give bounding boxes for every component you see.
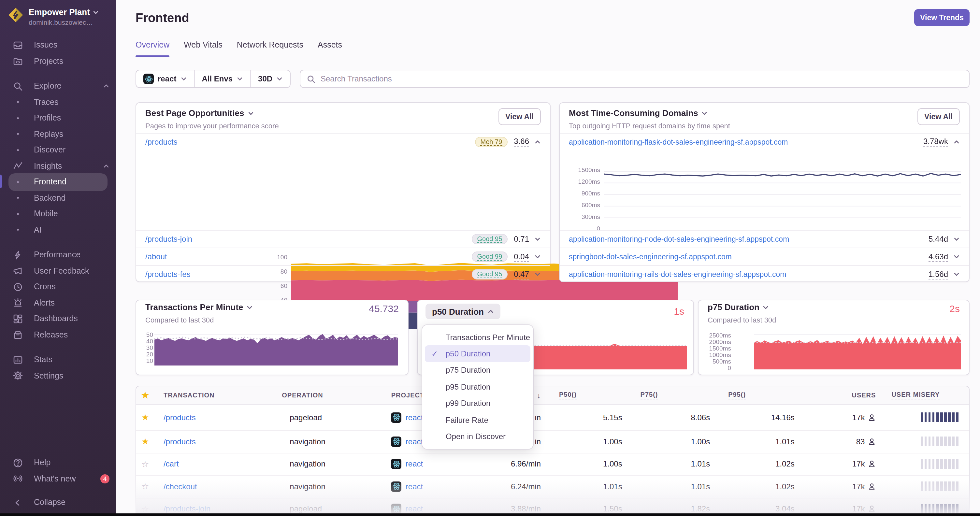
chevron-down-icon[interactable]	[247, 110, 254, 116]
star-filled-icon[interactable]: ★	[142, 413, 149, 422]
transaction-link[interactable]: /cart	[164, 460, 179, 469]
project-filter[interactable]: react	[136, 70, 194, 87]
star-outline-icon[interactable]: ☆	[142, 504, 149, 514]
sidebar-item-frontend[interactable]: Frontend	[0, 174, 116, 190]
sidebar-item-label: Issues	[34, 41, 57, 50]
project-link[interactable]: react	[406, 482, 423, 491]
sidebar-item-user-feedback[interactable]: User Feedback	[0, 263, 116, 279]
column-header-operation[interactable]: OPERATION	[277, 392, 386, 399]
sidebar-item-discover[interactable]: Discover	[0, 142, 116, 158]
column-header-p95[interactable]: P95()	[715, 391, 800, 399]
domain-link[interactable]: application-monitoring-flask-dot-sales-e…	[569, 138, 788, 146]
panel-caption: Compared to last 30d	[145, 316, 214, 324]
sidebar-item-profiles[interactable]: Profiles	[0, 110, 116, 126]
environment-filter[interactable]: All Envs	[194, 70, 251, 87]
tab-bar: OverviewWeb VitalsNetwork RequestsAssets	[135, 40, 342, 57]
project-link[interactable]: react	[406, 505, 423, 514]
sidebar-item-alerts[interactable]: Alerts	[0, 295, 116, 311]
sidebar-item-what-s-new[interactable]: What's new4	[0, 471, 116, 487]
project-link[interactable]: react	[406, 413, 423, 422]
page-link[interactable]: /products-join	[145, 235, 192, 244]
chevron-down-icon[interactable]	[247, 304, 253, 310]
transaction-link[interactable]: /products	[164, 413, 196, 422]
sidebar-item-traces[interactable]: Traces	[0, 94, 116, 110]
page-link[interactable]: /products-fes	[145, 270, 191, 279]
react-project-icon	[391, 481, 402, 492]
column-header-users[interactable]: USERS	[800, 392, 881, 399]
sidebar-item-stats[interactable]: Stats	[0, 352, 116, 368]
user-icon	[868, 438, 876, 446]
chevron-down-icon[interactable]	[953, 236, 960, 242]
org-switcher[interactable]: Empower Plant dominik.buszowiec…	[8, 7, 102, 26]
project-link[interactable]: react	[406, 460, 423, 469]
search-input[interactable]	[321, 74, 963, 83]
star-outline-icon[interactable]: ☆	[142, 482, 149, 492]
chevron-up-icon[interactable]	[953, 138, 960, 145]
menu-item-failure-rate[interactable]: Failure Rate	[425, 412, 530, 429]
sidebar-item-releases[interactable]: Releases	[0, 327, 116, 343]
menu-item-label: p99 Duration	[446, 399, 490, 408]
menu-item-p99-duration[interactable]: p99 Duration	[425, 395, 530, 412]
tab-web-vitals[interactable]: Web Vitals	[184, 40, 223, 57]
score-badge: Meh 79	[475, 137, 508, 147]
menu-item-p50-duration[interactable]: ✓p50 Duration	[425, 346, 530, 362]
page-row: /products-fesGood 950.47	[136, 265, 550, 283]
column-header-p75[interactable]: P75()	[627, 391, 716, 399]
metric-selector-button[interactable]: p50 Duration	[425, 303, 501, 319]
domain-link[interactable]: application-monitoring-node-dot-sales-en…	[569, 235, 789, 243]
cell-transaction: /cart	[158, 460, 277, 469]
chevron-up-icon[interactable]	[534, 138, 541, 145]
column-header-transaction[interactable]: TRANSACTION	[158, 392, 277, 399]
sidebar-item-projects[interactable]: Projects	[0, 53, 116, 69]
chevron-down-icon[interactable]	[953, 254, 960, 260]
chevron-down-icon[interactable]	[702, 110, 708, 116]
sidebar-item-help[interactable]: Help	[0, 455, 116, 471]
sidebar-item-mobile[interactable]: Mobile	[0, 206, 116, 222]
sidebar-item-explore[interactable]: Explore	[0, 78, 116, 94]
star-filled-icon[interactable]: ★	[142, 437, 149, 447]
transaction-link[interactable]: /products-join	[164, 505, 210, 514]
cell-users: 83	[800, 437, 881, 446]
page-link[interactable]: /about	[145, 252, 167, 261]
sidebar-item-performance[interactable]: Performance	[0, 247, 116, 263]
tab-overview[interactable]: Overview	[135, 40, 169, 57]
tab-assets[interactable]: Assets	[318, 40, 342, 57]
menu-item-open-in-discover[interactable]: Open in Discover	[425, 429, 530, 445]
sidebar-item-insights[interactable]: Insights	[0, 158, 116, 174]
view-trends-button[interactable]: View Trends	[914, 9, 970, 26]
star-outline-icon[interactable]: ☆	[142, 459, 149, 469]
app-window: Empower Plant dominik.buszowiec… IssuesP…	[0, 0, 980, 516]
view-all-button[interactable]: View All	[917, 108, 960, 125]
domain-link[interactable]: application-monitoring-rails-dot-sales-e…	[569, 270, 786, 278]
sidebar-item-issues[interactable]: Issues	[0, 37, 116, 53]
sidebar-item-backend[interactable]: Backend	[0, 190, 116, 206]
opportunity-score: 0.04	[514, 252, 529, 262]
project-link[interactable]: react	[406, 437, 423, 446]
domain-link[interactable]: springboot-dot-sales-engineering-sf.apps…	[569, 253, 732, 260]
sidebar-item-collapse[interactable]: Collapse	[0, 494, 116, 510]
chevron-down-icon[interactable]	[534, 236, 541, 242]
column-header-star[interactable]: ★	[136, 390, 158, 400]
date-range-filter[interactable]: 30D	[251, 70, 290, 87]
menu-item-p95-duration[interactable]: p95 Duration	[425, 378, 530, 395]
bullet-icon	[13, 117, 23, 119]
sidebar-item-crons[interactable]: Crons	[0, 279, 116, 295]
sidebar-item-settings[interactable]: Settings	[0, 368, 116, 384]
column-header-p50[interactable]: P50()	[546, 391, 627, 399]
chevron-down-icon[interactable]	[763, 304, 769, 310]
sidebar-item-dashboards[interactable]: Dashboards	[0, 311, 116, 327]
sidebar-item-replays[interactable]: Replays	[0, 126, 116, 142]
column-header-misery[interactable]: USER MISERY	[881, 391, 969, 399]
sidebar-item-ai[interactable]: AI	[0, 222, 116, 238]
view-all-button[interactable]: View All	[498, 108, 541, 125]
menu-item-p75-duration[interactable]: p75 Duration	[425, 362, 530, 379]
chevron-down-icon[interactable]	[534, 254, 541, 260]
page-link[interactable]: /products	[145, 137, 178, 146]
org-name: Empower Plant	[29, 7, 90, 17]
menu-item-transactions-per-minute[interactable]: Transactions Per Minute	[425, 329, 530, 346]
transaction-link[interactable]: /checkout	[164, 482, 197, 491]
tab-network-requests[interactable]: Network Requests	[237, 40, 303, 57]
chevron-down-icon[interactable]	[953, 271, 960, 278]
transaction-link[interactable]: /products	[164, 437, 196, 446]
chevron-down-icon[interactable]	[534, 271, 541, 278]
